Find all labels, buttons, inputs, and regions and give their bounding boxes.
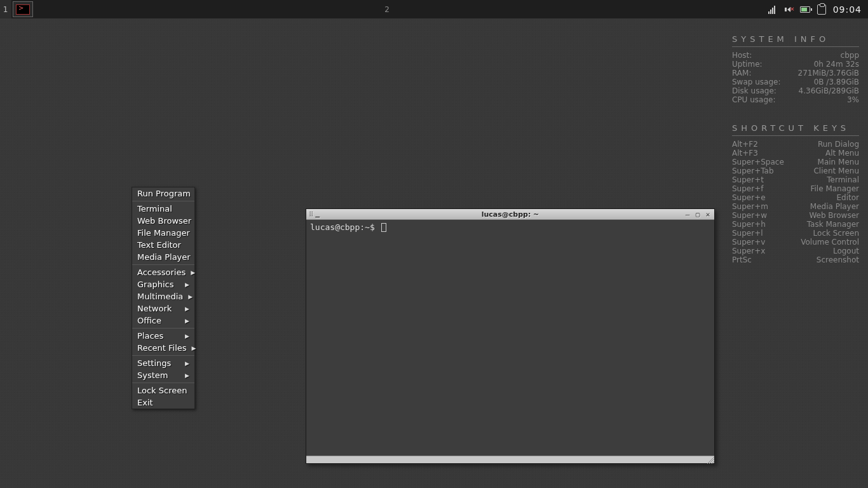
menu-item-lock-screen[interactable]: Lock Screen — [132, 384, 194, 396]
menu-item-exit[interactable]: Exit — [132, 396, 194, 409]
menu-item-accessories[interactable]: Accessories▶ — [132, 266, 194, 278]
volume-muted-icon[interactable]: × — [783, 4, 794, 15]
window-title: lucas@cbpp: ~ — [306, 210, 714, 219]
menu-item-graphics[interactable]: Graphics▶ — [132, 278, 194, 290]
shortcut-row: Super+mMedia Player — [732, 202, 859, 211]
menu-item-office[interactable]: Office▶ — [132, 315, 194, 327]
taskbar-terminal-icon[interactable] — [13, 1, 33, 17]
window-minimize-button[interactable]: — — [684, 210, 691, 219]
menu-item-label: Recent Files — [137, 343, 187, 353]
sysinfo-row: Host:cbpp — [732, 51, 859, 60]
shortcut-row: Alt+F2Run Dialog — [732, 140, 859, 149]
shortcut-key: Super+h — [732, 220, 766, 229]
terminal-scrollbar[interactable] — [707, 220, 714, 456]
menu-item-media-player[interactable]: Media Player — [132, 251, 194, 263]
menu-item-label: Terminal — [137, 204, 172, 214]
window-titlebar[interactable]: ⠿ _ lucas@cbpp: ~ — ▢ ✕ — [306, 209, 714, 220]
menu-item-label: Lock Screen — [137, 386, 187, 395]
sysinfo-row: Uptime:0h 24m 32s — [732, 60, 859, 69]
menu-item-multimedia[interactable]: Multimedia▶ — [132, 290, 194, 302]
sysinfo-row: CPU usage:3% — [732, 95, 859, 104]
menu-separator — [132, 201, 194, 201]
menu-item-label: Network — [137, 304, 172, 313]
shortcut-key: Super+Tab — [732, 166, 774, 175]
conky-shortcut-keys: SHORTCUT KEYS Alt+F2Run DialogAlt+F3Alt … — [732, 123, 859, 264]
shortcut-value: Alt Menu — [825, 149, 859, 158]
terminal-body[interactable]: lucas@cbpp:~$ — [306, 220, 714, 456]
menu-item-terminal[interactable]: Terminal — [132, 203, 194, 215]
submenu-arrow-icon: ▶ — [185, 281, 189, 288]
window-resize-grip[interactable] — [707, 456, 714, 464]
sysinfo-value: 3% — [847, 95, 859, 104]
menu-item-label: Run Program — [137, 189, 191, 198]
sysinfo-row: Disk usage:4.36GiB/289GiB — [732, 86, 859, 95]
menu-item-settings[interactable]: Settings▶ — [132, 357, 194, 369]
shortcut-key: Super+m — [732, 202, 768, 211]
menu-item-recent-files[interactable]: Recent Files▶ — [132, 342, 194, 354]
shortcut-value: Volume Control — [801, 238, 859, 247]
shortcut-row: Super+tTerminal — [732, 175, 859, 184]
shortcut-value: Media Player — [810, 202, 859, 211]
window-menu-icon[interactable]: ⠿ — [309, 211, 313, 218]
network-signal-icon[interactable] — [767, 4, 777, 15]
menu-item-network[interactable]: Network▶ — [132, 302, 194, 315]
menu-item-run-program[interactable]: Run Program — [132, 187, 194, 200]
sysinfo-key: Disk usage: — [732, 86, 776, 95]
shortcut-row: Super+eEditor — [732, 193, 859, 202]
shortcut-value: Web Browser — [809, 211, 859, 220]
battery-icon[interactable] — [800, 4, 810, 15]
submenu-arrow-icon: ▶ — [185, 333, 189, 339]
shortcut-key: Super+t — [732, 175, 764, 184]
shortcut-key: Super+Space — [732, 158, 784, 166]
shortcut-value: Screenshot — [817, 255, 859, 264]
shortcut-key: Super+l — [732, 229, 763, 238]
window-close-button[interactable]: ✕ — [704, 210, 712, 219]
menu-item-system[interactable]: System▶ — [132, 369, 194, 381]
submenu-arrow-icon: ▶ — [185, 360, 189, 367]
menu-item-label: Web Browser — [137, 216, 191, 226]
menu-item-places[interactable]: Places▶ — [132, 330, 194, 342]
shortcut-key: Super+f — [732, 184, 763, 193]
shortcut-key: Alt+F3 — [732, 149, 758, 158]
menu-item-label: Exit — [137, 398, 153, 407]
root-menu: Run ProgramTerminalWeb BrowserFile Manag… — [132, 187, 195, 409]
submenu-arrow-icon: ▶ — [191, 269, 195, 276]
sysinfo-key: Host: — [732, 51, 752, 60]
sysinfo-key: CPU usage: — [732, 95, 775, 104]
window-shade-icon[interactable]: _ — [315, 210, 320, 217]
clipboard-icon[interactable] — [817, 4, 827, 15]
window-footer — [306, 456, 714, 463]
menu-item-web-browser[interactable]: Web Browser — [132, 215, 194, 227]
menu-item-label: System — [137, 370, 168, 380]
shortcut-key: Super+w — [732, 211, 767, 220]
menu-item-text-editor[interactable]: Text Editor — [132, 239, 194, 251]
shortcut-value: Lock Screen — [813, 229, 859, 238]
shortcut-value: Task Manager — [807, 220, 859, 229]
clock[interactable]: 09:04 — [833, 4, 862, 15]
window-maximize-button[interactable]: ▢ — [694, 210, 702, 219]
menu-item-label: Multimedia — [137, 292, 183, 301]
terminal-cursor — [381, 223, 386, 232]
shortcut-row: Super+TabClient Menu — [732, 166, 859, 175]
shortcut-key: Super+e — [732, 193, 766, 202]
menu-item-file-manager[interactable]: File Manager — [132, 227, 194, 239]
shortcut-value: File Manager — [811, 184, 860, 193]
shortcut-keys-heading: SHORTCUT KEYS — [732, 123, 859, 136]
menu-separator — [132, 355, 194, 356]
terminal-prompt: lucas@cbpp:~$ — [310, 222, 380, 232]
shortcut-value: Run Dialog — [818, 140, 859, 149]
sysinfo-key: Uptime: — [732, 60, 763, 69]
menu-item-label: Media Player — [137, 252, 191, 262]
menu-item-label: File Manager — [137, 228, 190, 238]
submenu-arrow-icon: ▶ — [185, 372, 189, 379]
menu-item-label: Office — [137, 316, 161, 325]
workspace-1[interactable]: 1 — [0, 0, 11, 18]
sysinfo-row: RAM:271MiB/3.76GiB — [732, 69, 859, 78]
menu-item-label: Places — [137, 331, 163, 341]
terminal-window: ⠿ _ lucas@cbpp: ~ — ▢ ✕ lucas@cbpp:~$ — [306, 208, 715, 464]
workspace-2[interactable]: 2 — [381, 0, 393, 18]
conky-system-info: SYSTEM INFO Host:cbppUptime:0h 24m 32sRA… — [732, 34, 859, 104]
shortcut-value: Terminal — [827, 175, 859, 184]
sysinfo-key: Swap usage: — [732, 78, 780, 86]
top-panel: 1 2 × 09:04 — [0, 0, 868, 18]
